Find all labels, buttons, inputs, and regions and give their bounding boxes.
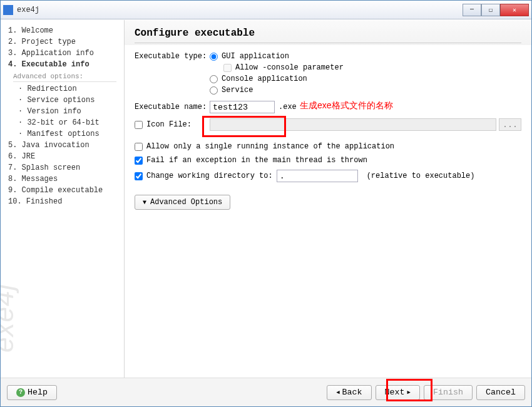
service-row: Service [135, 86, 521, 95]
chevron-down-icon: ▼ [143, 199, 146, 206]
help-icon: ? [16, 388, 25, 397]
nav-messages[interactable]: 8. Messages [1, 173, 124, 185]
help-button[interactable]: ? Help [7, 385, 57, 400]
maximize-button[interactable]: ☐ [481, 4, 500, 16]
nav-advanced-header: Advanced options: [13, 71, 116, 82]
nav-finished[interactable]: 10. Finished [1, 196, 124, 207]
nav-project-type[interactable]: 2. Project type [1, 36, 124, 48]
exec-type-label: Executable type: [135, 52, 210, 61]
content-area: 1. Welcome 2. Project type 3. Applicatio… [1, 19, 531, 378]
exec-name-suffix: .exe [279, 103, 297, 111]
back-button[interactable]: Back [327, 385, 371, 400]
exec-type-row: Executable type: GUI application [135, 52, 521, 61]
nav-welcome[interactable]: 1. Welcome [1, 25, 124, 36]
exec-name-label: Executable name: [135, 103, 210, 111]
divider [135, 43, 521, 43]
watermark: exe4j [1, 284, 19, 353]
cwd-input[interactable] [277, 170, 358, 182]
icon-browse-button[interactable]: ... [499, 118, 521, 131]
app-icon [3, 5, 13, 15]
nav-bitness[interactable]: 32-bit or 64-bit [1, 117, 124, 128]
console-app-row: Console application [135, 75, 521, 83]
wizard-footer: ? Help Back Next Finish Cancel [1, 378, 531, 406]
advanced-options-button[interactable]: ▼ Advanced Options [135, 195, 230, 210]
nav-manifest-options[interactable]: Manifest options [1, 128, 124, 140]
nav-service-options[interactable]: Service options [1, 95, 124, 106]
cwd-suffix: (relative to executable) [367, 172, 475, 180]
cwd-row: Change working directory to: (relative t… [135, 170, 521, 182]
window-title: exe4j [17, 6, 463, 14]
annotation-text: 生成exe格式文件的名称 [300, 100, 393, 111]
window-controls: ─ ☐ ✕ [463, 4, 529, 16]
check-allow-console[interactable]: Allow -console parameter [223, 63, 344, 72]
nav-version-info[interactable]: Version info [1, 106, 124, 117]
finish-button[interactable]: Finish [424, 385, 473, 400]
minimize-button[interactable]: ─ [463, 4, 481, 16]
check-change-cwd[interactable]: Change working directory to: [135, 172, 273, 180]
icon-file-row: Icon File: ... [135, 118, 521, 131]
radio-service[interactable]: Service [210, 86, 253, 95]
nav-executable-info[interactable]: 4. Executable info [1, 59, 124, 70]
check-fail-exception[interactable]: Fail if an exception in the main thread … [135, 156, 367, 165]
nav-application-info[interactable]: 3. Application info [1, 48, 124, 59]
nav-splash-screen[interactable]: 7. Splash screen [1, 162, 124, 173]
allow-console-row: Allow -console parameter [223, 63, 521, 72]
close-button[interactable]: ✕ [500, 4, 529, 16]
radio-gui-application[interactable]: GUI application [210, 52, 289, 61]
fail-exception-row: Fail if an exception in the main thread … [135, 156, 521, 165]
nav-redirection[interactable]: Redirection [1, 83, 124, 95]
cancel-button[interactable]: Cancel [476, 385, 525, 400]
app-window: exe4j ─ ☐ ✕ 1. Welcome 2. Project type 3… [0, 0, 532, 407]
main-panel: Configure executable Executable type: GU… [125, 20, 531, 378]
check-single-instance[interactable]: Allow only a single running instance of … [135, 142, 394, 151]
radio-console-application[interactable]: Console application [210, 75, 307, 83]
wizard-sidebar: 1. Welcome 2. Project type 3. Applicatio… [1, 20, 125, 378]
single-instance-row: Allow only a single running instance of … [135, 142, 521, 151]
titlebar: exe4j ─ ☐ ✕ [1, 1, 531, 19]
nav-compile-executable[interactable]: 9. Compile executable [1, 185, 124, 196]
nav-java-invocation[interactable]: 5. Java invocation [1, 140, 124, 151]
nav-jre[interactable]: 6. JRE [1, 151, 124, 162]
exec-name-input[interactable] [210, 101, 275, 113]
check-icon-file[interactable]: Icon File: [135, 120, 210, 129]
icon-file-input [210, 118, 496, 131]
next-button[interactable]: Next [376, 385, 420, 400]
page-title: Configure executable [135, 28, 521, 39]
